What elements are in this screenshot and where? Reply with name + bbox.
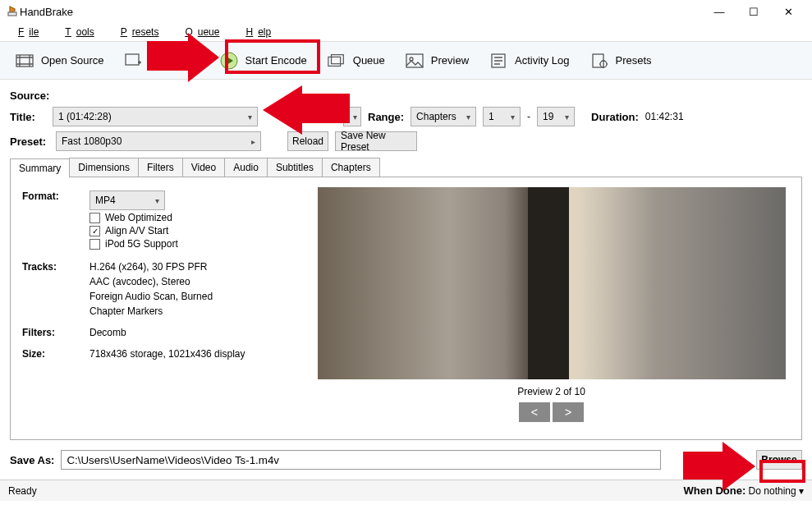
film-icon	[15, 52, 34, 70]
chevron-down-icon: ▾	[466, 112, 470, 122]
save-as-label: Save As:	[10, 454, 54, 466]
svg-rect-5	[331, 54, 343, 63]
tab-subtitles[interactable]: Subtitles	[267, 158, 323, 177]
toolbar: Open Source Start Encode Queue Preview A…	[0, 42, 812, 80]
minimize-button[interactable]: —	[702, 0, 736, 23]
chevron-down-icon: ▾	[511, 112, 515, 122]
tab-filters[interactable]: Filters	[138, 158, 183, 177]
preview-next-button[interactable]: >	[553, 402, 584, 422]
tracks-label: Tracks:	[22, 261, 89, 317]
svg-rect-4	[328, 57, 341, 66]
tab-summary[interactable]: Summary	[10, 158, 70, 177]
chevron-down-icon: ▾	[353, 112, 357, 122]
tab-audio[interactable]: Audio	[224, 158, 268, 177]
filters-label: Filters:	[22, 327, 89, 338]
range-from-select[interactable]: 1▾	[483, 107, 521, 126]
chevron-down-icon: ▾	[155, 196, 159, 205]
callout-arrow-start-encode	[145, 31, 226, 82]
preview-button[interactable]: Preview	[398, 48, 475, 73]
svg-rect-2	[126, 54, 139, 65]
range-label: Range:	[368, 111, 404, 123]
tab-dimensions[interactable]: Dimensions	[69, 158, 139, 177]
format-select[interactable]: MP4▾	[89, 190, 165, 210]
duration-label: Duration:	[591, 111, 639, 123]
presets-button[interactable]: Presets	[583, 48, 658, 73]
preview-prev-button[interactable]: <	[519, 402, 550, 422]
range-to-select[interactable]: 19▾	[537, 107, 575, 126]
callout-arrow-browse	[681, 440, 760, 493]
title-bar: HandBrake — ☐ ✕	[0, 0, 812, 23]
open-source-button[interactable]: Open Source	[8, 48, 111, 73]
track-line: AAC (avcodec), Stereo	[89, 276, 213, 287]
track-line: H.264 (x264), 30 FPS PFR	[89, 261, 213, 273]
svg-rect-1	[16, 55, 33, 67]
range-type-select[interactable]: Chapters▾	[411, 107, 476, 126]
preview-caption: Preview 2 of 10	[517, 386, 585, 397]
title-label: Title:	[10, 111, 46, 123]
preview-image	[318, 187, 786, 379]
callout-arrow-title	[261, 84, 351, 136]
menu-tools[interactable]: Tools	[50, 25, 103, 39]
log-icon	[489, 52, 508, 70]
callout-box-browse	[759, 460, 805, 483]
menu-bar: File Tools Presets Queue Help	[0, 23, 812, 42]
chevron-down-icon: ▾	[565, 112, 569, 122]
size-label: Size:	[22, 348, 89, 360]
tab-bar: Summary Dimensions Filters Video Audio S…	[10, 158, 802, 177]
track-line: Chapter Markers	[89, 305, 213, 317]
callout-box-start-encode	[225, 39, 320, 74]
source-label: Source:	[10, 89, 49, 102]
menu-help[interactable]: Help	[231, 25, 281, 39]
window-title: HandBrake	[20, 6, 702, 18]
picture-icon	[405, 52, 424, 70]
title-select[interactable]: 1 (01:42:28)▾	[53, 107, 258, 126]
preset-select[interactable]: Fast 1080p30▸	[56, 131, 261, 151]
summary-panel: Format: MP4▾ Web Optimized ✓Align A/V St…	[10, 177, 802, 440]
svg-rect-0	[8, 12, 16, 16]
tab-video[interactable]: Video	[182, 158, 225, 177]
size-value: 718x436 storage, 1021x436 display	[89, 348, 245, 360]
track-line: Foreign Audio Scan, Burned	[89, 291, 213, 302]
app-icon	[7, 5, 20, 18]
close-button[interactable]: ✕	[771, 0, 805, 23]
save-as-input[interactable]	[61, 450, 661, 470]
align-av-checkbox[interactable]: ✓Align A/V Start	[89, 225, 178, 236]
chevron-right-icon: ▸	[251, 137, 255, 146]
picture-plus-icon	[124, 52, 144, 70]
activity-log-button[interactable]: Activity Log	[482, 48, 576, 73]
menu-file[interactable]: File	[3, 25, 48, 39]
maximize-button[interactable]: ☐	[736, 0, 771, 23]
ipod-checkbox[interactable]: iPod 5G Support	[89, 238, 178, 250]
duration-value: 01:42:31	[645, 111, 684, 122]
tab-chapters[interactable]: Chapters	[322, 158, 380, 177]
filters-value: Decomb	[89, 327, 126, 338]
preset-label: Preset:	[10, 135, 49, 148]
queue-button[interactable]: Queue	[320, 48, 392, 73]
pictures-icon	[327, 52, 346, 70]
format-label: Format:	[22, 190, 89, 251]
web-optimized-checkbox[interactable]: Web Optimized	[89, 212, 178, 223]
chevron-down-icon: ▾	[248, 112, 252, 122]
gear-page-icon	[590, 52, 609, 70]
status-text: Ready	[8, 485, 37, 497]
